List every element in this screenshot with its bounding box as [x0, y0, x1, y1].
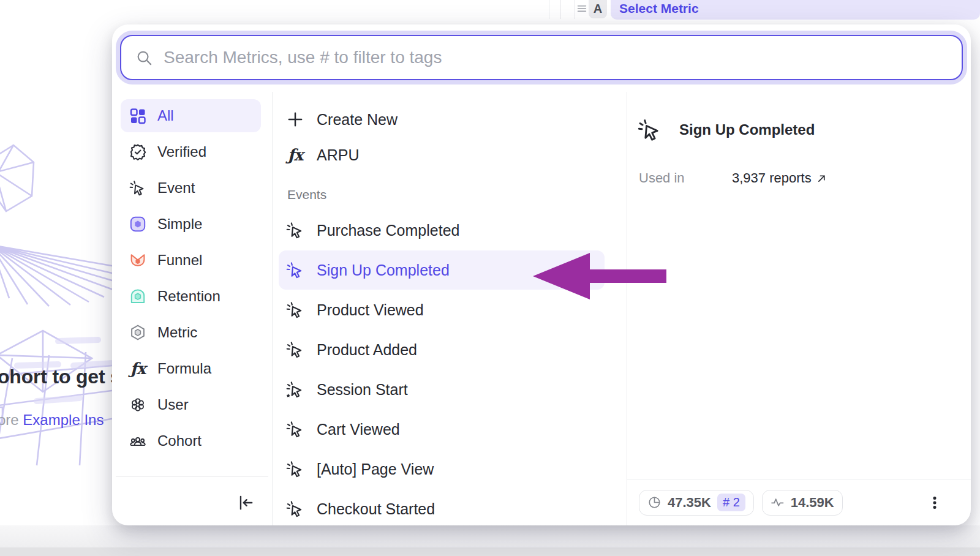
sidebar-item-label: User	[157, 396, 189, 413]
event-item-purchase-completed[interactable]: Purchase Completed	[279, 211, 605, 250]
event-item-label: Session Start	[317, 381, 408, 399]
create-new-button[interactable]: Create New	[279, 102, 605, 137]
funnel-chart-icon	[129, 252, 146, 269]
create-new-label: Create New	[317, 111, 398, 129]
picker-columns: All Verified Event Simple Funnel Retenti…	[112, 92, 971, 525]
background-headline: ohort to get s	[0, 366, 121, 388]
grid-icon	[129, 107, 146, 124]
simple-chart-icon	[129, 216, 146, 233]
cursor-click-icon	[286, 500, 304, 518]
formula-fx-icon: ƒx	[286, 146, 304, 164]
used-in-row: Used in 3,937 reports	[627, 170, 971, 186]
row-label-badge: A	[589, 0, 607, 18]
example-insights-link[interactable]: Example Ins	[23, 411, 104, 428]
cursor-click-star-icon	[286, 380, 304, 399]
sidebar-item-label: All	[157, 107, 174, 124]
metric-list: Create New ƒx ARPU Events Purchase Compl…	[273, 92, 627, 525]
select-metric-label: Select Metric	[619, 1, 699, 16]
grid-line	[560, 0, 561, 19]
cursor-click-icon	[286, 460, 304, 478]
kebab-menu-icon[interactable]	[927, 495, 943, 511]
sidebar-item-simple[interactable]: Simple	[121, 208, 261, 241]
collapse-panel-icon[interactable]	[236, 494, 255, 512]
sidebar-item-funnel[interactable]: Funnel	[121, 244, 261, 277]
event-item-product-added[interactable]: Product Added	[279, 330, 605, 369]
pie-chart-icon	[647, 495, 662, 509]
formula-fx-icon: ƒx	[129, 360, 146, 377]
cursor-click-icon	[286, 301, 304, 319]
search-area	[112, 24, 971, 92]
event-item-label: Purchase Completed	[317, 222, 459, 239]
event-item-product-viewed[interactable]: Product Viewed	[279, 290, 605, 329]
grid-line	[549, 0, 549, 19]
metric-detail-panel: Sign Up Completed Used in 3,937 reports …	[627, 92, 971, 525]
event-item-label: Product Viewed	[317, 301, 424, 319]
cursor-click-icon	[638, 118, 662, 142]
cohort-people-icon	[129, 432, 146, 449]
detail-footer: 47.35K # 2 14.59K	[627, 479, 971, 525]
arpu-label: ARPU	[317, 146, 359, 164]
metric-picker-modal: All Verified Event Simple Funnel Retenti…	[112, 24, 971, 525]
sidebar-item-formula[interactable]: ƒx Formula	[121, 352, 261, 385]
event-item-label: Product Added	[317, 341, 417, 359]
badge-check-icon	[129, 143, 146, 160]
used-in-value: 3,937 reports	[732, 170, 812, 186]
category-sidebar: All Verified Event Simple Funnel Retenti…	[112, 92, 273, 525]
page-bottom-strip	[0, 547, 980, 556]
cursor-click-icon	[286, 340, 304, 359]
background-link-prefix: ore	[0, 411, 23, 428]
sidebar-item-label: Cohort	[157, 432, 202, 449]
retention-chart-icon	[129, 288, 146, 305]
detail-header: Sign Up Completed	[627, 92, 971, 142]
used-in-reports-link[interactable]: 3,937 reports	[732, 170, 827, 186]
event-item-cart-viewed[interactable]: Cart Viewed	[279, 410, 605, 449]
cursor-click-icon	[286, 261, 304, 279]
event-item-label: Checkout Started	[317, 500, 435, 518]
sidebar-divider	[116, 476, 268, 477]
decorative-wireframe-graphic	[0, 138, 126, 481]
detail-title: Sign Up Completed	[679, 121, 815, 138]
sidebar-item-all[interactable]: All	[121, 99, 261, 132]
user-cluster-icon	[129, 396, 146, 413]
sidebar-item-label: Formula	[157, 360, 211, 377]
search-box	[120, 35, 963, 80]
sidebar-item-metric[interactable]: Metric	[121, 316, 261, 349]
screen: ohort to get s ore Example Ins A Select …	[0, 0, 980, 556]
sidebar-item-retention[interactable]: Retention	[121, 280, 261, 313]
hamburger-icon[interactable]	[576, 3, 587, 14]
used-in-label: Used in	[639, 170, 732, 186]
grid-line	[575, 0, 575, 19]
sidebar-item-user[interactable]: User	[121, 388, 261, 421]
events-section-header: Events	[287, 187, 605, 202]
metric-hexagon-icon	[129, 324, 146, 341]
stat-chip: 14.59K	[762, 490, 843, 516]
sidebar-item-label: Verified	[157, 143, 206, 160]
external-link-icon	[816, 173, 827, 184]
search-icon	[136, 50, 153, 66]
sidebar-item-label: Retention	[157, 288, 221, 305]
cursor-click-icon	[129, 179, 146, 197]
cursor-click-icon	[286, 221, 304, 239]
sidebar-item-label: Event	[157, 179, 195, 197]
activity-icon	[771, 495, 785, 509]
event-item-checkout-started[interactable]: Checkout Started	[279, 489, 605, 525]
event-item-label: Sign Up Completed	[317, 261, 450, 279]
sidebar-item-verified[interactable]: Verified	[121, 135, 261, 168]
search-input[interactable]	[162, 47, 947, 68]
event-item-session-start[interactable]: Session Start	[279, 370, 605, 409]
stat-rank-badge: # 2	[717, 494, 745, 511]
stat-chip: 47.35K # 2	[639, 490, 754, 516]
select-metric-trigger[interactable]: Select Metric	[611, 0, 980, 20]
event-item-auto-page-view[interactable]: [Auto] Page View	[279, 449, 605, 489]
cursor-click-icon	[286, 420, 304, 438]
sidebar-item-cohort[interactable]: Cohort	[121, 424, 261, 457]
sidebar-item-label: Simple	[157, 216, 202, 233]
event-item-sign-up-completed[interactable]: Sign Up Completed	[279, 250, 605, 290]
plus-icon	[286, 110, 304, 129]
background-link-line: ore Example Ins	[0, 411, 104, 429]
event-item-label: [Auto] Page View	[317, 460, 434, 478]
sidebar-item-event[interactable]: Event	[121, 171, 261, 205]
stat-value: 14.59K	[791, 495, 834, 511]
event-item-label: Cart Viewed	[317, 421, 400, 438]
list-item-arpu[interactable]: ƒx ARPU	[279, 137, 605, 173]
